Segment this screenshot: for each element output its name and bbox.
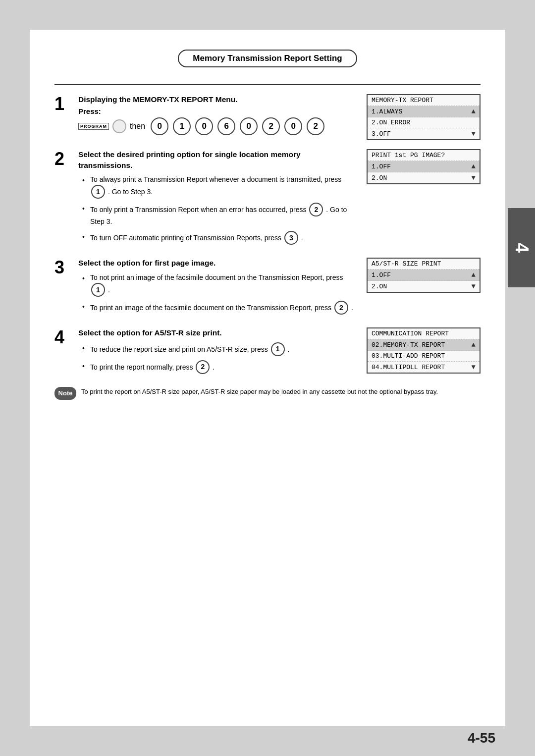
- program-circle: [112, 119, 126, 133]
- btn-2-2: 2: [307, 117, 324, 135]
- program-label: PROGRAM: [78, 123, 109, 130]
- step-4-number: 4: [54, 328, 73, 346]
- step-2-screen: PRINT 1st PG IMAGE? 1.OFF ▲ 2.ON ▼: [367, 149, 481, 184]
- step-4-screen: COMMUNICATION REPORT 02.MEMORY-TX REPORT…: [367, 327, 481, 374]
- step-2-bullet-0: • To always print a Transmission Report …: [82, 174, 357, 199]
- step-1-content: Displaying the MEMORY-TX REPORT Menu. Pr…: [78, 94, 481, 140]
- step-1-header: Displaying the MEMORY-TX REPORT Menu.: [78, 94, 357, 105]
- step-2-number: 2: [54, 150, 73, 168]
- note-box: Note To print the report on A5/ST-R size…: [54, 387, 481, 400]
- screen-2-row-1: 2.ON ▼: [368, 172, 480, 183]
- screen-1-row-0: 1.ALWAYS ▲: [368, 106, 480, 117]
- btn-0-2: 0: [195, 117, 213, 135]
- btn-0-4: 0: [284, 117, 302, 135]
- step-1-screen: MEMORY-TX REPORT 1.ALWAYS ▲ 2.ON ERROR 3…: [367, 94, 481, 140]
- step-2-header: Select the desired printing option for s…: [78, 149, 357, 170]
- right-tab: 4: [508, 208, 535, 287]
- top-divider: [54, 84, 481, 85]
- tab-number: 4: [511, 243, 532, 253]
- screen-3-title: A5/ST-R SIZE PRINT: [368, 259, 480, 270]
- btn-1-1: 1: [173, 117, 191, 135]
- btn-2-step4-1: 2: [196, 360, 210, 374]
- step-4: 4 Select the option for A5/ST-R size pri…: [54, 327, 481, 378]
- step-1-button-row: PROGRAM then 0 1 0 6 0 2 0 2: [78, 117, 357, 135]
- step-2-bullet-2: • To turn OFF automatic printing of Tran…: [82, 231, 357, 245]
- page-content: Memory Transmission Report Setting 1 Dis…: [30, 30, 505, 726]
- page-number: 4-55: [468, 730, 495, 746]
- then-text: then: [130, 122, 145, 131]
- step-4-bullet-0: • To reduce the report size and print on…: [82, 342, 357, 356]
- step-4-bullets: • To reduce the report size and print on…: [82, 342, 357, 374]
- screen-1-row-2: 3.OFF ▼: [368, 128, 480, 139]
- btn-2-1: 2: [262, 117, 280, 135]
- step-2-content: Select the desired printing option for s…: [78, 149, 481, 249]
- step-3-content: Select the option for first page image. …: [78, 258, 481, 319]
- step-4-header: Select the option for A5/ST-R size print…: [78, 327, 357, 338]
- screen-4-row-0: 02.MEMORY-TX REPORT ▲: [368, 339, 480, 351]
- step-3-screen: A5/ST-R SIZE PRINT 1.OFF ▲ 2.ON ▼: [367, 258, 481, 293]
- screen-4-row-1: 03.MULTI-ADD REPORT: [368, 351, 480, 362]
- step-3-number: 3: [54, 259, 73, 276]
- step-3-bullet-1: • To print an image of the facsimile doc…: [82, 301, 357, 315]
- screen-1-row-1: 2.ON ERROR: [368, 117, 480, 128]
- step-2: 2 Select the desired printing option for…: [54, 149, 481, 249]
- step-3-bullets: • To not print an image of the facsimile…: [82, 272, 357, 315]
- note-text: To print the report on A5/ST-R size pape…: [81, 387, 438, 397]
- step-2-bullets: • To always print a Transmission Report …: [82, 174, 357, 245]
- screen-4-row-2: 04.MULTIPOLL REPORT ▼: [368, 362, 480, 373]
- btn-6-1: 6: [217, 117, 235, 135]
- note-badge: Note: [54, 387, 76, 400]
- step-1-press-row: Press:: [78, 107, 357, 115]
- btn-2-step3-1: 2: [334, 301, 348, 315]
- step-3: 3 Select the option for first page image…: [54, 258, 481, 319]
- screen-4-title: COMMUNICATION REPORT: [368, 328, 480, 339]
- step-3-bullet-0: • To not print an image of the facsimile…: [82, 272, 357, 297]
- btn-0-3: 0: [240, 117, 258, 135]
- press-label: Press:: [78, 107, 101, 115]
- screen-2-row-0: 1.OFF ▲: [368, 161, 480, 172]
- btn-1-step4-0: 1: [271, 342, 285, 356]
- btn-1-step3-0: 1: [91, 283, 105, 297]
- step-1-number: 1: [54, 95, 73, 113]
- step-1: 1 Displaying the MEMORY-TX REPORT Menu. …: [54, 94, 481, 140]
- screen-2-title: PRINT 1st PG IMAGE?: [368, 150, 480, 161]
- btn-3-step2-2: 3: [284, 231, 298, 245]
- section-title: Memory Transmission Report Setting: [178, 50, 357, 67]
- screen-3-row-0: 1.OFF ▲: [368, 270, 480, 281]
- btn-2-step2-1: 2: [309, 203, 323, 216]
- btn-0-1: 0: [151, 117, 168, 135]
- screen-1-title: MEMORY-TX REPORT: [368, 95, 480, 106]
- step-3-header: Select the option for first page image.: [78, 258, 357, 269]
- step-4-bullet-1: • To print the report normally, press 2 …: [82, 360, 357, 374]
- btn-1-step2-0: 1: [91, 185, 105, 199]
- step-2-bullet-1: • To only print a Transmission Report wh…: [82, 203, 357, 227]
- step-4-content: Select the option for A5/ST-R size print…: [78, 327, 481, 378]
- screen-3-row-1: 2.ON ▼: [368, 281, 480, 292]
